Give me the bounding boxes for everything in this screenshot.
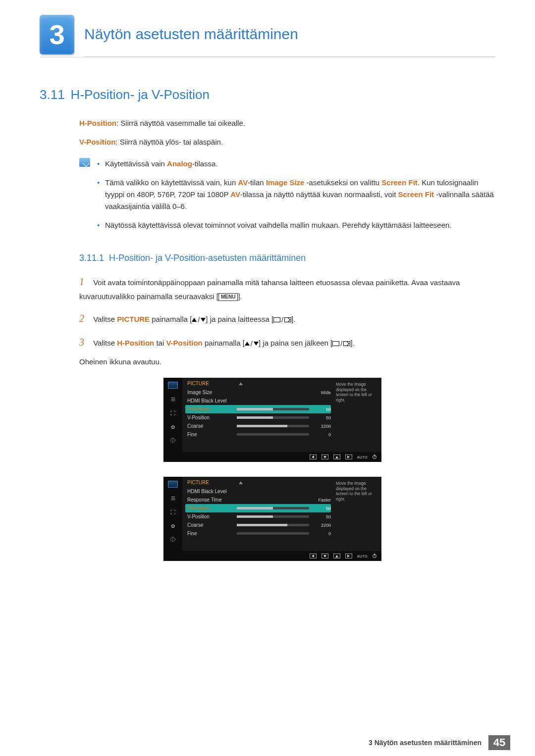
osd-menu-row: Fine0	[187, 430, 331, 439]
osd-row-value: 50	[313, 407, 331, 412]
steps-list: 1 Voit avata toimintonäppäinoppaan paina…	[79, 273, 495, 368]
page-number: 45	[488, 735, 510, 750]
note-list: Käytettävissä vain Analog-tilassa. Tämä …	[97, 158, 495, 238]
list-icon: ☰	[167, 494, 178, 503]
slider-bar	[237, 408, 309, 410]
osd-row-value: 50	[313, 506, 331, 511]
slider-bar	[237, 532, 309, 535]
slider-bar	[237, 416, 309, 419]
right-button-icon	[345, 554, 352, 558]
osd-row-value: 2200	[313, 523, 331, 528]
osd-row-value: Wide	[313, 390, 331, 395]
chapter-header: 3 Näytön asetusten määrittäminen	[40, 15, 495, 57]
osd-row-label: HDMI Black Level	[187, 489, 233, 494]
osd-row-label: Coarse	[187, 423, 233, 429]
slider-bar	[237, 507, 309, 509]
osd-row-value: 50	[313, 514, 331, 519]
osd-menu-row: Coarse2200	[187, 521, 331, 529]
osd-row-value: 0	[313, 432, 331, 437]
osd-help-text: Move the image displayed on the screen t…	[336, 480, 377, 549]
osd-screenshot-2: ☰ ⛶ ✿ ⓘ PICTURE HDMI Black LevelResponse…	[163, 477, 495, 561]
left-button-icon	[310, 454, 317, 459]
osd-screenshot-1: ☰ ⛶ ✿ ⓘ PICTURE Image SizeWideHDMI Black…	[163, 378, 495, 462]
osd-row-value: 2200	[313, 424, 331, 429]
right-button-icon	[345, 454, 352, 459]
step-1: 1 Voit avata toimintonäppäinoppaan paina…	[79, 273, 495, 303]
osd-menu-row: HDMI Black Level	[187, 487, 331, 496]
up-button-icon	[333, 454, 340, 459]
scroll-up-icon	[239, 481, 243, 484]
info-icon: ⓘ	[167, 436, 178, 445]
down-button-icon	[321, 454, 328, 459]
section-title-text: H-Position- ja V-Position	[71, 87, 210, 102]
power-icon	[373, 554, 376, 558]
footer-breadcrumb: 3 Näytön asetusten määrittäminen	[369, 739, 482, 747]
osd-title: PICTURE	[187, 381, 331, 386]
osd-side-icons: ☰ ⛶ ✿ ⓘ	[163, 477, 182, 551]
enter-source-icon: /	[273, 313, 291, 326]
enter-source-icon: /	[332, 337, 350, 350]
osd-menu-row: HDMI Black Level	[187, 397, 331, 405]
slider-bar	[237, 433, 309, 436]
vposition-definition: V-Position: Siirrä näyttöä ylös- tai ala…	[79, 136, 495, 148]
step-number: 1	[79, 273, 91, 290]
osd-row-label: Fine	[187, 531, 233, 536]
subsection-number: 3.11.1	[79, 253, 104, 263]
osd-title: PICTURE	[187, 480, 331, 485]
hposition-definition: H-Position: Siirrä näyttöä vasemmalle ta…	[79, 117, 495, 129]
note-item: Käytettävissä vain Analog-tilassa.	[97, 158, 495, 170]
auto-button-label: AUTO	[357, 455, 368, 459]
osd-footer: AUTO	[163, 551, 381, 561]
osd-menu-row: H-Position50	[185, 504, 331, 512]
auto-button-label: AUTO	[357, 554, 368, 558]
note-item: Näytössä käytettävissä olevat toiminnot …	[97, 219, 495, 231]
resize-icon: ⛶	[167, 408, 178, 417]
page: 3 Näytön asetusten määrittäminen 3.11H-P…	[0, 0, 535, 615]
osd-row-label: Response Time	[187, 497, 233, 503]
chapter-title: Näytön asetusten määrittäminen	[84, 26, 495, 57]
left-button-icon	[310, 554, 317, 558]
osd-side-icons: ☰ ⛶ ✿ ⓘ	[163, 378, 182, 452]
up-down-arrows-icon: /	[192, 313, 206, 326]
up-down-arrows-icon: /	[245, 337, 259, 350]
osd-row-label: H-Position	[187, 406, 233, 412]
subsection-title-text: H-Position- ja V-Position-asetusten määr…	[109, 253, 306, 263]
osd-help-text: Move the image displayed on the screen t…	[336, 381, 377, 450]
scroll-up-icon	[239, 382, 243, 385]
step-number: 3	[79, 334, 91, 351]
section-number: 3.11	[40, 87, 65, 102]
step-number: 2	[79, 310, 91, 327]
osd-menu-row: V-Position50	[187, 413, 331, 422]
osd-menu-list: PICTURE HDMI Black LevelResponse TimeFas…	[187, 480, 331, 549]
up-button-icon	[333, 554, 340, 558]
slider-bar	[237, 524, 309, 526]
osd-menu-row: Coarse2200	[187, 422, 331, 430]
list-icon: ☰	[167, 395, 178, 403]
osd-row-value: 50	[313, 415, 331, 420]
osd-footer: AUTO	[163, 452, 381, 462]
osd-menu-row: Fine0	[187, 529, 331, 538]
osd-row-value: 0	[313, 531, 331, 536]
section-heading: 3.11H-Position- ja V-Position	[40, 87, 495, 102]
power-icon	[373, 455, 376, 459]
osd-row-label: Fine	[187, 432, 233, 437]
menu-button-icon: MENU	[218, 293, 238, 301]
info-icon: ⓘ	[167, 535, 178, 544]
osd-row-label: HDMI Black Level	[187, 398, 233, 403]
osd-menu-row: Response TimeFaster	[187, 496, 331, 504]
picture-tab-icon	[167, 480, 178, 489]
subsection-heading: 3.11.1H-Position- ja V-Position-asetuste…	[79, 253, 495, 263]
osd-row-label: Coarse	[187, 522, 233, 528]
osd-row-label: H-Position	[187, 505, 233, 511]
osd-menu-row: V-Position50	[187, 512, 331, 521]
osd-row-label: V-Position	[187, 514, 233, 519]
osd-row-value: Faster	[313, 498, 331, 503]
hposition-label: H-Position	[79, 119, 116, 127]
down-button-icon	[321, 554, 328, 558]
osd-menu-list: PICTURE Image SizeWideHDMI Black LevelH-…	[187, 381, 331, 450]
page-footer: 3 Näytön asetusten määrittäminen 45	[369, 735, 510, 750]
chapter-number-badge: 3	[40, 15, 74, 54]
step-3: 3 Valitse H-Position tai V-Position pain…	[79, 334, 495, 368]
slider-bar	[237, 425, 309, 427]
settings-icon: ✿	[167, 422, 178, 431]
